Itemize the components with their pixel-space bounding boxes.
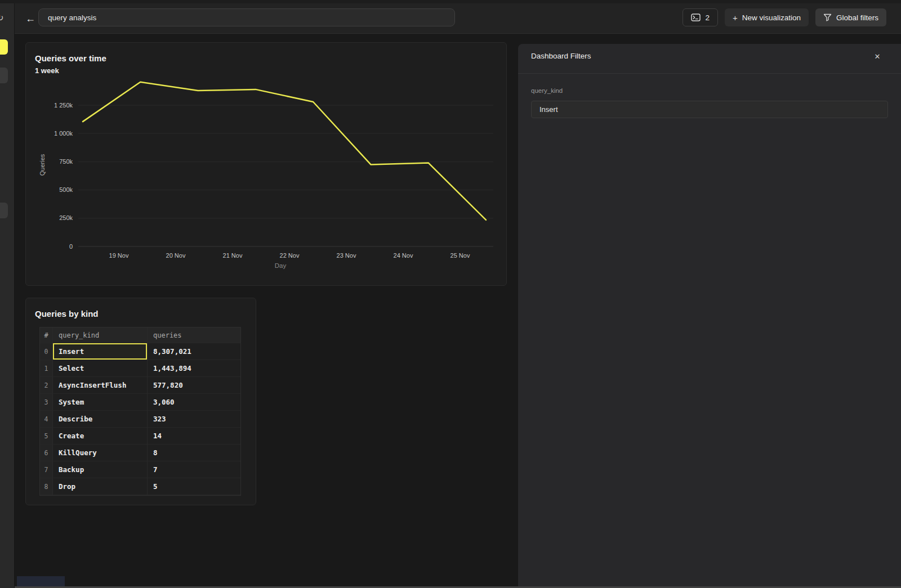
queries-value-cell[interactable]: 8,307,021 bbox=[148, 343, 240, 360]
row-index-cell: 1 bbox=[40, 360, 53, 377]
table-row: 1Select1,443,894 bbox=[40, 360, 240, 377]
table-row: 5Create14 bbox=[40, 428, 240, 445]
queries-value-cell[interactable]: 7 bbox=[148, 461, 240, 478]
table-row: 7Backup7 bbox=[40, 461, 240, 478]
queries-by-kind-card: Queries by kind #query_kindqueries0Inser… bbox=[25, 298, 256, 505]
queries-value-cell[interactable]: 323 bbox=[148, 411, 240, 428]
table-row: 2AsyncInsertFlush577,820 bbox=[40, 377, 240, 394]
query-kind-cell[interactable]: Backup bbox=[53, 461, 148, 478]
new-visualization-button[interactable]: + New visualization bbox=[725, 8, 809, 26]
x-tick-label: 25 Nov bbox=[450, 252, 470, 259]
x-tick-label: 22 Nov bbox=[280, 252, 300, 259]
queries-value-cell[interactable]: 3,060 bbox=[148, 394, 240, 411]
x-tick-label: 24 Nov bbox=[394, 252, 413, 259]
row-index-cell: 0 bbox=[40, 343, 53, 360]
top-bar: ← 2 + New visualization Global filters bbox=[15, 3, 901, 34]
rail-item-3[interactable] bbox=[0, 203, 8, 218]
x-tick-label: 23 Nov bbox=[337, 252, 356, 259]
table-row: 6KillQuery8 bbox=[40, 445, 240, 461]
table-row: 8Drop5 bbox=[40, 478, 240, 495]
query-kind-cell[interactable]: Insert bbox=[53, 343, 148, 360]
query-kind-cell[interactable]: KillQuery bbox=[53, 445, 148, 461]
back-button[interactable]: ← bbox=[21, 10, 39, 28]
query-kind-cell[interactable]: Describe bbox=[53, 411, 148, 428]
sql-console-icon bbox=[691, 14, 701, 21]
close-icon: ✕ bbox=[875, 52, 881, 61]
console-count-label: 2 bbox=[705, 14, 710, 22]
topbar-actions: 2 + New visualization Global filters bbox=[683, 8, 886, 26]
column-header-query_kind[interactable]: query_kind bbox=[53, 327, 148, 343]
global-filters-label: Global filters bbox=[836, 14, 878, 22]
queries-value-cell[interactable]: 1,443,894 bbox=[148, 360, 240, 377]
column-header-queries[interactable]: queries bbox=[148, 327, 240, 343]
row-index-cell: 5 bbox=[40, 428, 53, 445]
row-index-cell: 2 bbox=[40, 377, 53, 394]
y-tick-label: 500k bbox=[59, 186, 73, 193]
filters-panel-header: Dashboard Filters ✕ bbox=[518, 44, 901, 74]
x-tick-label: 19 Nov bbox=[109, 252, 129, 259]
background-window-fragment bbox=[17, 576, 65, 586]
close-button[interactable]: ✕ bbox=[871, 50, 884, 63]
query-kind-cell[interactable]: Select bbox=[53, 360, 148, 377]
queries-value-cell[interactable]: 8 bbox=[148, 445, 240, 461]
global-filters-button[interactable]: Global filters bbox=[815, 8, 886, 26]
query-kind-cell[interactable]: System bbox=[53, 394, 148, 411]
queries-value-cell[interactable]: 5 bbox=[148, 478, 240, 495]
query-kind-filter-input[interactable] bbox=[531, 101, 888, 118]
plus-icon: + bbox=[733, 13, 738, 23]
table-row: 0Insert8,307,021 bbox=[40, 343, 240, 360]
y-tick-label: 250k bbox=[59, 214, 73, 221]
queries-series-line[interactable] bbox=[83, 82, 486, 220]
y-tick-label: 1 250k bbox=[54, 102, 73, 109]
sql-console-count-button[interactable]: 2 bbox=[683, 8, 718, 26]
app-window: ← 2 + New visualization Global filters bbox=[0, 0, 901, 588]
y-tick-label: 1 000k bbox=[54, 130, 73, 137]
filter-field-label: query_kind bbox=[531, 87, 563, 94]
query-kind-cell[interactable]: AsyncInsertFlush bbox=[53, 377, 148, 394]
row-index-cell: 3 bbox=[40, 394, 53, 411]
queries-by-kind-table: #query_kindqueries0Insert8,307,0211Selec… bbox=[39, 327, 241, 496]
back-arrow-icon: ← bbox=[25, 13, 35, 24]
queries-value-cell[interactable]: 577,820 bbox=[148, 377, 240, 394]
dashboard-title-input[interactable] bbox=[38, 8, 455, 26]
dashboard-filters-panel: Dashboard Filters ✕ query_kind bbox=[518, 44, 901, 588]
history-icon[interactable]: ↻ bbox=[0, 13, 4, 23]
row-index-cell: 7 bbox=[40, 461, 53, 478]
y-tick-label: 0 bbox=[69, 243, 73, 250]
x-tick-label: 20 Nov bbox=[166, 252, 186, 259]
row-index-cell: 8 bbox=[40, 478, 53, 495]
queries-over-time-chart[interactable]: 0250k500k750k1 000k1 250kQueries19 Nov20… bbox=[26, 43, 506, 285]
table-row: 3System3,060 bbox=[40, 394, 240, 411]
filters-panel-title: Dashboard Filters bbox=[531, 52, 591, 60]
table-title: Queries by kind bbox=[35, 309, 99, 318]
queries-value-cell[interactable]: 14 bbox=[148, 428, 240, 445]
y-tick-label: 750k bbox=[59, 158, 73, 165]
column-header-index[interactable]: # bbox=[40, 327, 53, 343]
y-axis-label: Queries bbox=[39, 154, 46, 176]
new-visualization-label: New visualization bbox=[742, 14, 801, 22]
table-row: 4Describe323 bbox=[40, 411, 240, 428]
left-rail: ↻ bbox=[0, 3, 15, 588]
row-index-cell: 6 bbox=[40, 445, 53, 461]
x-axis-label: Day bbox=[275, 262, 287, 269]
x-tick-label: 21 Nov bbox=[223, 252, 243, 259]
filter-funnel-icon bbox=[823, 14, 832, 21]
rail-item-2[interactable] bbox=[0, 68, 8, 83]
query-kind-cell[interactable]: Drop bbox=[53, 478, 148, 495]
queries-over-time-card: Queries over time 1 week 0250k500k750k1 … bbox=[25, 42, 507, 286]
query-kind-cell[interactable]: Create bbox=[53, 428, 148, 445]
row-index-cell: 4 bbox=[40, 411, 53, 428]
table-header-row: #query_kindqueries bbox=[40, 327, 240, 343]
rail-item-active-dashboard[interactable] bbox=[0, 39, 8, 55]
